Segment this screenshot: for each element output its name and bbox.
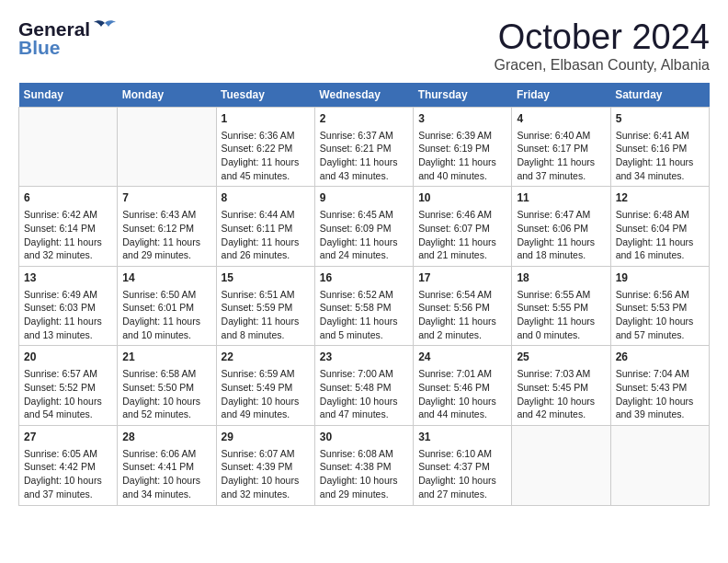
sunset-text: Sunset: 5:46 PM xyxy=(418,382,490,393)
table-row: 24Sunrise: 7:01 AMSunset: 5:46 PMDayligh… xyxy=(414,346,512,426)
sunset-text: Sunset: 6:22 PM xyxy=(222,143,293,154)
sunset-text: Sunset: 6:11 PM xyxy=(222,223,293,234)
calendar-week-3: 13Sunrise: 6:49 AMSunset: 6:03 PMDayligh… xyxy=(19,266,710,346)
table-row: 11Sunrise: 6:47 AMSunset: 6:06 PMDayligh… xyxy=(512,187,610,267)
day-number: 5 xyxy=(616,111,704,127)
sunset-text: Sunset: 6:09 PM xyxy=(320,223,392,234)
table-row: 20Sunrise: 6:57 AMSunset: 5:52 PMDayligh… xyxy=(19,346,118,426)
sunset-text: Sunset: 5:55 PM xyxy=(517,302,588,313)
logo-blue-text: Blue xyxy=(18,37,61,59)
table-row: 19Sunrise: 6:56 AMSunset: 5:53 PMDayligh… xyxy=(610,266,709,346)
day-number: 4 xyxy=(517,111,605,127)
location-subtitle: Gracen, Elbasan County, Albania xyxy=(494,57,710,74)
day-number: 27 xyxy=(24,430,112,445)
calendar-week-2: 6Sunrise: 6:42 AMSunset: 6:14 PMDaylight… xyxy=(19,187,710,267)
table-row: 10Sunrise: 6:46 AMSunset: 6:07 PMDayligh… xyxy=(414,187,512,267)
daylight-text: Daylight: 10 hours and 27 minutes. xyxy=(418,475,496,500)
table-row: 25Sunrise: 7:03 AMSunset: 5:45 PMDayligh… xyxy=(512,346,610,426)
table-row: 9Sunrise: 6:45 AMSunset: 6:09 PMDaylight… xyxy=(314,187,413,267)
daylight-text: Daylight: 10 hours and 42 minutes. xyxy=(517,396,595,420)
daylight-text: Daylight: 11 hours and 21 minutes. xyxy=(418,236,496,261)
table-row xyxy=(118,107,216,187)
table-row: 21Sunrise: 6:58 AMSunset: 5:50 PMDayligh… xyxy=(118,346,216,426)
sunrise-text: Sunrise: 6:52 AM xyxy=(320,289,393,300)
logo: General Blue xyxy=(18,18,118,59)
day-number: 19 xyxy=(616,270,704,286)
sunrise-text: Sunrise: 6:37 AM xyxy=(320,130,393,141)
title-section: October 2024 Gracen, Elbasan County, Alb… xyxy=(494,18,710,74)
calendar-table: Sunday Monday Tuesday Wednesday Thursday… xyxy=(18,83,710,506)
daylight-text: Daylight: 10 hours and 52 minutes. xyxy=(122,396,200,420)
sunrise-text: Sunrise: 6:55 AM xyxy=(517,289,590,300)
sunrise-text: Sunrise: 6:05 AM xyxy=(24,448,97,459)
sunrise-text: Sunrise: 7:01 AM xyxy=(418,368,492,379)
day-number: 13 xyxy=(24,270,112,286)
sunrise-text: Sunrise: 6:36 AM xyxy=(222,130,295,141)
table-row: 3Sunrise: 6:39 AMSunset: 6:19 PMDaylight… xyxy=(414,107,512,187)
sunrise-text: Sunrise: 6:06 AM xyxy=(122,448,196,459)
daylight-text: Daylight: 10 hours and 37 minutes. xyxy=(24,475,102,500)
table-row: 31Sunrise: 6:10 AMSunset: 4:37 PMDayligh… xyxy=(414,425,512,505)
day-number: 2 xyxy=(320,111,408,127)
calendar-week-1: 1Sunrise: 6:36 AMSunset: 6:22 PMDaylight… xyxy=(19,107,710,187)
day-number: 11 xyxy=(517,190,605,206)
daylight-text: Daylight: 11 hours and 40 minutes. xyxy=(418,156,496,181)
table-row: 7Sunrise: 6:43 AMSunset: 6:12 PMDaylight… xyxy=(118,187,216,267)
sunrise-text: Sunrise: 6:41 AM xyxy=(616,130,689,141)
table-row: 27Sunrise: 6:05 AMSunset: 4:42 PMDayligh… xyxy=(19,425,118,505)
table-row: 22Sunrise: 6:59 AMSunset: 5:49 PMDayligh… xyxy=(216,346,314,426)
col-saturday: Saturday xyxy=(610,83,709,108)
sunrise-text: Sunrise: 6:45 AM xyxy=(320,209,393,220)
daylight-text: Daylight: 10 hours and 29 minutes. xyxy=(320,475,398,500)
daylight-text: Daylight: 11 hours and 45 minutes. xyxy=(222,156,300,181)
day-number: 18 xyxy=(517,270,605,286)
sunrise-text: Sunrise: 6:07 AM xyxy=(222,448,295,459)
sunrise-text: Sunrise: 6:43 AM xyxy=(122,209,196,220)
sunrise-text: Sunrise: 6:51 AM xyxy=(222,289,295,300)
col-thursday: Thursday xyxy=(414,83,512,108)
sunset-text: Sunset: 5:52 PM xyxy=(24,382,96,393)
daylight-text: Daylight: 11 hours and 26 minutes. xyxy=(222,236,300,261)
day-number: 6 xyxy=(24,190,112,206)
day-number: 8 xyxy=(222,190,310,206)
daylight-text: Daylight: 11 hours and 37 minutes. xyxy=(517,156,595,181)
sunset-text: Sunset: 5:48 PM xyxy=(320,382,392,393)
table-row xyxy=(610,425,709,505)
sunrise-text: Sunrise: 7:00 AM xyxy=(320,368,393,379)
table-row: 1Sunrise: 6:36 AMSunset: 6:22 PMDaylight… xyxy=(216,107,314,187)
daylight-text: Daylight: 11 hours and 0 minutes. xyxy=(517,316,595,340)
sunrise-text: Sunrise: 6:58 AM xyxy=(122,368,196,379)
sunset-text: Sunset: 4:41 PM xyxy=(122,461,194,472)
table-row: 29Sunrise: 6:07 AMSunset: 4:39 PMDayligh… xyxy=(216,425,314,505)
day-number: 15 xyxy=(222,270,310,286)
day-number: 9 xyxy=(320,190,408,206)
table-row: 12Sunrise: 6:48 AMSunset: 6:04 PMDayligh… xyxy=(610,187,709,267)
sunset-text: Sunset: 6:12 PM xyxy=(122,223,194,234)
daylight-text: Daylight: 10 hours and 44 minutes. xyxy=(418,396,496,420)
sunrise-text: Sunrise: 6:44 AM xyxy=(222,209,295,220)
table-row xyxy=(512,425,610,505)
sunset-text: Sunset: 5:43 PM xyxy=(616,382,688,393)
table-row: 30Sunrise: 6:08 AMSunset: 4:38 PMDayligh… xyxy=(314,425,413,505)
sunrise-text: Sunrise: 7:04 AM xyxy=(616,368,689,379)
day-number: 25 xyxy=(517,350,605,365)
col-tuesday: Tuesday xyxy=(216,83,314,108)
table-row: 8Sunrise: 6:44 AMSunset: 6:11 PMDaylight… xyxy=(216,187,314,267)
daylight-text: Daylight: 11 hours and 8 minutes. xyxy=(222,316,300,340)
daylight-text: Daylight: 11 hours and 29 minutes. xyxy=(122,236,200,261)
day-number: 28 xyxy=(122,430,210,445)
daylight-text: Daylight: 11 hours and 43 minutes. xyxy=(320,156,398,181)
daylight-text: Daylight: 11 hours and 18 minutes. xyxy=(517,236,595,261)
day-number: 12 xyxy=(616,190,704,206)
sunset-text: Sunset: 6:06 PM xyxy=(517,223,588,234)
day-number: 24 xyxy=(418,350,506,365)
sunrise-text: Sunrise: 6:40 AM xyxy=(517,130,590,141)
table-row: 14Sunrise: 6:50 AMSunset: 6:01 PMDayligh… xyxy=(118,266,216,346)
table-row: 13Sunrise: 6:49 AMSunset: 6:03 PMDayligh… xyxy=(19,266,118,346)
table-row: 2Sunrise: 6:37 AMSunset: 6:21 PMDaylight… xyxy=(314,107,413,187)
daylight-text: Daylight: 11 hours and 13 minutes. xyxy=(24,316,102,340)
day-number: 14 xyxy=(122,270,210,286)
daylight-text: Daylight: 10 hours and 32 minutes. xyxy=(222,475,300,500)
sunset-text: Sunset: 6:17 PM xyxy=(517,143,588,154)
table-row: 17Sunrise: 6:54 AMSunset: 5:56 PMDayligh… xyxy=(414,266,512,346)
